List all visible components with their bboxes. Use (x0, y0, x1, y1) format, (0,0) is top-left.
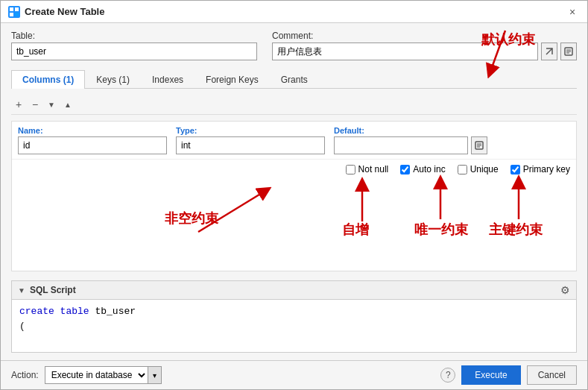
move-up-btn[interactable]: ▲ (60, 97, 75, 112)
col-name-input[interactable] (18, 136, 167, 154)
col-type-input[interactable] (176, 136, 325, 154)
auto-inc-label: Auto inc (413, 164, 445, 174)
title-bar: Create New Table × (1, 1, 587, 23)
svg-rect-0 (10, 7, 13, 11)
comment-input-wrap (272, 43, 577, 60)
columns-toolbar: + − ▼ ▲ (11, 95, 577, 115)
primary-key-checkbox-item: Primary key (510, 164, 570, 174)
tab-foreign-keys[interactable]: Foreign Keys (195, 70, 270, 89)
tab-columns[interactable]: Columns (1) (11, 70, 85, 89)
comment-label: Comment: (272, 31, 577, 41)
sql-keyword-create: create table (19, 306, 95, 317)
col-name-group: Name: (18, 126, 167, 154)
action-row: Action: Execute in database Execute in s… (11, 366, 162, 384)
app-icon (8, 6, 20, 18)
content-area: Table: Comment: Columns (1) Keys (1 (1, 23, 587, 360)
sql-title: SQL Script (30, 285, 76, 295)
action-dropdown-arrow[interactable]: ▾ (148, 367, 161, 383)
action-label: Action: (11, 370, 39, 380)
table-comment-row: Table: Comment: (11, 31, 577, 60)
svg-rect-3 (15, 13, 19, 16)
col-default-input[interactable] (334, 136, 468, 154)
tabs-bar: Columns (1) Keys (1) Indexes Foreign Key… (11, 69, 577, 89)
svg-rect-1 (15, 7, 19, 11)
unique-label: Unique (470, 164, 499, 174)
action-select-wrap: Execute in database Execute in script ▾ (45, 366, 162, 384)
bottom-bar: Action: Execute in database Execute in s… (1, 360, 587, 389)
create-table-dialog: Create New Table × Table: Comment: (0, 0, 588, 390)
col-default-wrap (334, 136, 487, 154)
sql-paren: ( (19, 321, 25, 332)
col-default-label: Default: (334, 126, 487, 135)
sql-collapse-btn[interactable]: ▼ (18, 286, 25, 295)
auto-inc-checkbox[interactable] (400, 165, 410, 174)
sql-line-2: ( (19, 319, 569, 334)
table-name-label: Table: (11, 31, 257, 41)
action-select[interactable]: Execute in database Execute in script (45, 367, 148, 383)
tab-keys[interactable]: Keys (1) (85, 70, 141, 89)
sql-table-name: tb_user (95, 306, 136, 317)
col-type-group: Type: (176, 126, 325, 154)
sql-gear-icon[interactable]: ⚙ (560, 284, 570, 296)
comment-input[interactable] (272, 43, 538, 60)
dialog-title: Create New Table (25, 6, 104, 17)
column-fields-row: Name: Type: Default: (12, 122, 576, 160)
not-null-checkbox-item: Not null (346, 164, 389, 174)
unique-checkbox-item: Unique (458, 164, 499, 174)
close-button[interactable]: × (565, 4, 580, 19)
move-down-btn[interactable]: ▼ (44, 97, 59, 112)
not-null-checkbox[interactable] (346, 165, 355, 174)
col-default-group: Default: (334, 126, 487, 154)
svg-line-4 (546, 48, 552, 54)
execute-button[interactable]: Execute (461, 365, 520, 385)
help-button[interactable]: ? (440, 368, 455, 383)
add-column-btn[interactable]: + (11, 97, 26, 112)
col-name-label: Name: (18, 126, 167, 135)
comment-note-btn[interactable] (560, 43, 577, 60)
primary-key-checkbox[interactable] (510, 165, 520, 174)
table-name-group: Table: (11, 31, 257, 60)
buttons-right: ? Execute Cancel (440, 365, 577, 385)
tab-grants[interactable]: Grants (270, 70, 319, 89)
sql-section: ▼ SQL Script ⚙ create table tb_user ( (11, 280, 577, 353)
checkboxes-row: Not null Auto inc Unique Primary key (12, 160, 576, 179)
sql-header: ▼ SQL Script ⚙ (12, 281, 576, 300)
sql-body: create table tb_user ( (12, 300, 576, 352)
title-bar-left: Create New Table (8, 6, 104, 18)
not-null-label: Not null (358, 164, 389, 174)
default-note-btn[interactable] (471, 136, 487, 154)
sql-header-left: ▼ SQL Script (18, 285, 76, 295)
table-name-input[interactable] (11, 43, 257, 60)
cancel-button[interactable]: Cancel (527, 365, 577, 385)
comment-group: Comment: (272, 31, 577, 60)
auto-inc-checkbox-item: Auto inc (400, 164, 445, 174)
column-editor: Name: Type: Default: (11, 121, 577, 271)
sql-line-1: create table tb_user (19, 304, 569, 319)
svg-rect-2 (10, 13, 13, 16)
unique-checkbox[interactable] (458, 165, 467, 174)
primary-key-label: Primary key (523, 164, 570, 174)
expand-comment-btn[interactable] (541, 43, 557, 60)
tab-indexes[interactable]: Indexes (141, 70, 195, 89)
col-type-label: Type: (176, 126, 325, 135)
remove-column-btn[interactable]: − (28, 97, 42, 112)
